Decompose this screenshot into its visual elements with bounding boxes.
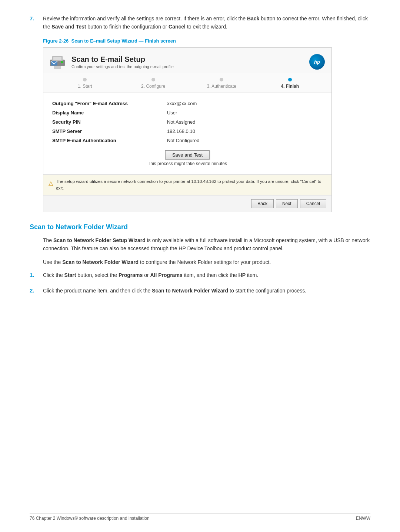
step-authenticate: 3. Authenticate bbox=[187, 78, 256, 89]
step-7-number: 7. bbox=[30, 15, 43, 21]
setting-label-display-name: Display Name bbox=[51, 108, 166, 117]
setting-label-smtp-auth: SMTP E-mail Authentication bbox=[51, 136, 166, 145]
step-finish-dot bbox=[288, 78, 292, 81]
step-start-label: 1. Start bbox=[51, 84, 119, 89]
section2-step1-number: 1. bbox=[30, 271, 43, 278]
page-footer: 76 Chapter 2 Windows® software descripti… bbox=[30, 513, 370, 521]
wizard-title: Scan to E-mail Setup bbox=[71, 55, 174, 64]
setting-value-security-pin: Not Assigned bbox=[166, 117, 324, 127]
wizard-steps: 1. Start 2. Configure 3. Authenticate 4.… bbox=[43, 73, 331, 93]
figure-caption: Scan to E–mail Setup Wizard — Finish scr… bbox=[71, 38, 176, 44]
section2-step1-text: Click the Start button, select the Progr… bbox=[43, 271, 258, 280]
wizard-content: Outgoing "From" E-mail Address xxxx@xx.c… bbox=[43, 93, 331, 174]
step-authenticate-dot bbox=[220, 78, 223, 81]
step-configure: 2. Configure bbox=[119, 78, 188, 89]
next-button[interactable]: Next bbox=[276, 199, 298, 208]
cancel-button[interactable]: Cancel bbox=[300, 199, 326, 208]
step-7-text: Review the information and verify all th… bbox=[43, 15, 370, 31]
settings-table: Outgoing "From" E-mail Address xxxx@xx.c… bbox=[51, 99, 324, 145]
wizard-header: Scan to E-mail Setup Confirm your settin… bbox=[43, 48, 331, 73]
wizard-subtitle: Confirm your settings and test the outgo… bbox=[71, 64, 174, 69]
svg-rect-3 bbox=[54, 66, 61, 69]
step-configure-dot bbox=[151, 78, 155, 81]
setting-value-smtp-server: 192.168.0.10 bbox=[166, 127, 324, 136]
step-start: 1. Start bbox=[51, 78, 119, 89]
section2-para2: Use the Scan to Network Folder Wizard to… bbox=[43, 258, 370, 266]
section2-para1: The Scan to Network Folder Setup Wizard … bbox=[43, 236, 370, 253]
setting-value-display-name: User bbox=[166, 108, 324, 117]
table-row: Display Name User bbox=[51, 108, 324, 117]
step-start-dot bbox=[83, 78, 87, 81]
back-button[interactable]: Back bbox=[251, 199, 274, 208]
setting-value-from-email: xxxx@xx.com bbox=[166, 99, 324, 108]
setting-value-smtp-auth: Not Configured bbox=[166, 136, 324, 145]
section2-step1: 1. Click the Start button, select the Pr… bbox=[30, 271, 370, 280]
wizard-dialog: Scan to E-mail Setup Confirm your settin… bbox=[43, 47, 332, 212]
wizard-header-left: Scan to E-mail Setup Confirm your settin… bbox=[49, 53, 174, 71]
section2-step2: 2. Click the product name item, and then… bbox=[30, 287, 370, 295]
wizard-footer: Back Next Cancel bbox=[43, 195, 331, 212]
table-row: Security PIN Not Assigned bbox=[51, 117, 324, 127]
setting-label-security-pin: Security PIN bbox=[51, 117, 166, 127]
step-finish-label: 4. Finish bbox=[256, 84, 324, 89]
step-7: 7. Review the information and verify all… bbox=[30, 15, 370, 31]
figure-number: Figure 2-26 bbox=[43, 38, 69, 44]
section2-step2-text: Click the product name item, and then cl… bbox=[43, 287, 306, 295]
setting-label-from-email: Outgoing "From" E-mail Address bbox=[51, 99, 166, 108]
step-finish: 4. Finish bbox=[256, 78, 324, 89]
scanner-icon bbox=[49, 53, 66, 71]
footer-right: ENWW bbox=[356, 516, 370, 521]
section-heading-network-folder: Scan to Network Folder Wizard bbox=[30, 223, 370, 231]
warning-text: The setup wizard utilizes a secure netwo… bbox=[56, 178, 326, 191]
wizard-warning: △ The setup wizard utilizes a secure net… bbox=[43, 174, 331, 195]
save-test-area: Save and Test This process might take se… bbox=[51, 150, 324, 166]
table-row: SMTP Server 192.168.0.10 bbox=[51, 127, 324, 136]
save-and-test-button[interactable]: Save and Test bbox=[165, 150, 210, 160]
setting-label-smtp-server: SMTP Server bbox=[51, 127, 166, 136]
wizard-title-block: Scan to E-mail Setup Confirm your settin… bbox=[71, 55, 174, 69]
process-note: This process might take several minutes bbox=[51, 161, 324, 166]
step-authenticate-label: 3. Authenticate bbox=[187, 84, 256, 89]
footer-left: 76 Chapter 2 Windows® software descripti… bbox=[30, 516, 150, 521]
table-row: Outgoing "From" E-mail Address xxxx@xx.c… bbox=[51, 99, 324, 108]
section2-step2-number: 2. bbox=[30, 287, 43, 294]
svg-rect-2 bbox=[53, 57, 61, 60]
step-configure-label: 2. Configure bbox=[119, 84, 188, 89]
warning-icon: △ bbox=[49, 179, 53, 188]
hp-logo: hp bbox=[309, 54, 325, 70]
table-row: SMTP E-mail Authentication Not Configure… bbox=[51, 136, 324, 145]
figure-label: Figure 2-26 Scan to E–mail Setup Wizard … bbox=[43, 38, 370, 44]
svg-point-4 bbox=[61, 61, 63, 63]
